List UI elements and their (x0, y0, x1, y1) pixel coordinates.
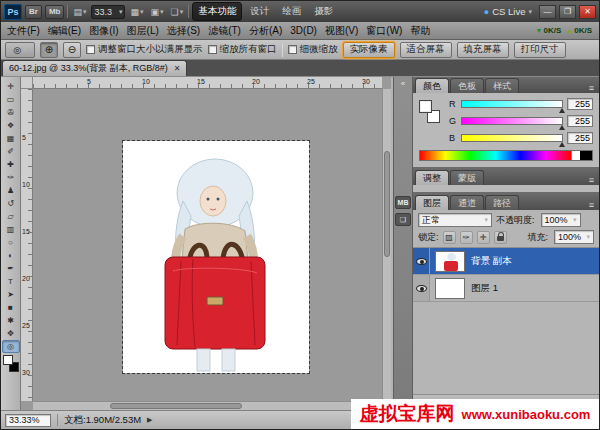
menu-window[interactable]: 窗口(W) (362, 24, 406, 38)
tab-color[interactable]: 颜色 (415, 78, 449, 93)
menu-image[interactable]: 图像(I) (85, 24, 122, 38)
actual-pixels-button[interactable]: 实际像素 (343, 42, 395, 58)
shape-tool[interactable]: ■ (2, 301, 20, 314)
tab-styles[interactable]: 样式 (485, 78, 519, 93)
print-size-button[interactable]: 打印尺寸 (514, 42, 566, 58)
path-selection-tool[interactable]: ➤ (2, 288, 20, 301)
red-slider[interactable] (461, 100, 563, 108)
minibridge-button[interactable]: Mb (45, 5, 65, 19)
green-slider-thumb[interactable] (559, 125, 565, 130)
layer-row-background-copy[interactable]: 背景 副本 (413, 248, 599, 275)
menu-view[interactable]: 视图(V) (321, 24, 362, 38)
document-viewport[interactable] (33, 89, 382, 401)
zoom-out-button[interactable]: ⊖ (63, 42, 81, 58)
white-ramp-end[interactable] (571, 151, 580, 160)
workspace-photography-button[interactable]: 摄影 (309, 3, 338, 20)
collapse-dock-icon[interactable]: « (401, 79, 405, 88)
menu-filter[interactable]: 滤镜(T) (204, 24, 245, 38)
scrubby-zoom-checkbox[interactable]: 细微缩放 (288, 43, 338, 56)
fill-field[interactable]: 100%▾ (554, 230, 594, 244)
screen-mode-icon[interactable]: ❏▾ (169, 4, 186, 19)
layer-thumbnail[interactable] (435, 251, 465, 272)
horizontal-scroll-thumb[interactable] (110, 403, 243, 409)
black-ramp-end[interactable] (580, 151, 592, 160)
close-button[interactable]: ✕ (579, 5, 596, 19)
clone-stamp-tool[interactable]: ♟ (2, 184, 20, 197)
panel-menu-icon[interactable]: ≡ (586, 83, 597, 93)
lock-position-icon[interactable]: ✛ (477, 231, 490, 244)
menu-layer[interactable]: 图层(L) (123, 24, 163, 38)
lock-pixels-icon[interactable]: ✑ (460, 231, 473, 244)
lock-all-icon[interactable] (494, 231, 507, 244)
tab-masks[interactable]: 蒙版 (450, 170, 484, 185)
panel-foreground-swatch[interactable] (419, 100, 432, 113)
hand-tool[interactable]: ✥ (2, 327, 20, 340)
ruler-icon[interactable]: ▤▾ (71, 4, 88, 19)
tab-channels[interactable]: 通道 (450, 195, 484, 210)
eraser-tool[interactable]: ▱ (2, 210, 20, 223)
ruler-origin[interactable] (21, 77, 33, 89)
fit-screen-button[interactable]: 适合屏幕 (400, 42, 452, 58)
blue-value-field[interactable]: 255 (567, 132, 593, 144)
mini-bridge-panel-icon[interactable]: MB (395, 196, 411, 209)
healing-brush-tool[interactable]: ✚ (2, 158, 20, 171)
history-brush-tool[interactable]: ↺ (2, 197, 20, 210)
tab-layers[interactable]: 图层 (415, 195, 449, 210)
green-value-field[interactable]: 255 (567, 115, 593, 127)
move-tool[interactable]: ✛ (2, 80, 20, 93)
panel-menu-icon[interactable]: ≡ (586, 200, 597, 210)
vertical-scrollbar[interactable] (382, 89, 391, 401)
menu-edit[interactable]: 编辑(E) (44, 24, 85, 38)
blend-mode-select[interactable]: 正常▾ (418, 213, 492, 227)
resize-windows-checkbox[interactable]: 调整窗口大小以满屏显示 (86, 43, 203, 56)
rainbow-ramp[interactable] (420, 151, 571, 160)
workspace-design-button[interactable]: 设计 (245, 3, 274, 20)
marquee-tool[interactable]: ▭ (2, 93, 20, 106)
tab-adjustments[interactable]: 调整 (415, 170, 449, 185)
bridge-button[interactable]: Br (25, 5, 42, 19)
quick-mask-button[interactable] (2, 372, 20, 385)
blue-slider-thumb[interactable] (559, 142, 565, 147)
workspace-basic-button[interactable]: 基本功能 (192, 2, 242, 21)
menu-3d[interactable]: 3D(D) (286, 25, 321, 36)
layer-name[interactable]: 背景 副本 (471, 255, 512, 268)
zoom-tool-preset[interactable]: ◎ ▾ (5, 42, 35, 58)
status-zoom-field[interactable]: 33.33% (5, 414, 51, 427)
color-swatches[interactable] (2, 355, 20, 372)
menu-analysis[interactable]: 分析(A) (245, 24, 286, 38)
red-value-field[interactable]: 255 (567, 98, 593, 110)
restore-button[interactable]: ❐ (559, 5, 576, 19)
zoom-tool[interactable]: ◎ (2, 340, 20, 353)
visibility-cell[interactable] (413, 275, 430, 301)
arrange-documents-icon[interactable]: ▣▾ (149, 4, 166, 19)
tab-swatches[interactable]: 色板 (450, 78, 484, 93)
lock-transparency-icon[interactable]: ▨ (443, 231, 456, 244)
menu-file[interactable]: 文件(F) (3, 24, 44, 38)
collapsed-panel-icon[interactable]: ❏ (395, 213, 411, 226)
zoom-level-field[interactable]: 33.3▾ (91, 5, 125, 19)
3d-rotate-tool[interactable]: ✱ (2, 314, 20, 327)
blue-slider[interactable] (461, 134, 563, 142)
visibility-cell[interactable] (413, 248, 430, 274)
tab-close-icon[interactable]: ✕ (174, 64, 181, 73)
eye-icon[interactable] (416, 285, 427, 292)
type-tool[interactable]: T (2, 275, 20, 288)
document-tab[interactable]: 60-12.jpg @ 33.3%(背景 副本, RGB/8#) ✕ (2, 60, 187, 76)
minimize-button[interactable]: — (539, 5, 556, 19)
dodge-tool[interactable]: ◐ (2, 249, 20, 262)
status-flyout-icon[interactable]: ▶ (147, 416, 152, 424)
gradient-tool[interactable]: ▥ (2, 223, 20, 236)
eyedropper-tool[interactable]: ✐ (2, 145, 20, 158)
menu-help[interactable]: 帮助 (406, 24, 434, 38)
panel-color-swatches[interactable] (419, 98, 443, 134)
blur-tool[interactable]: ○ (2, 236, 20, 249)
foreground-color-swatch[interactable] (3, 355, 13, 365)
red-slider-thumb[interactable] (559, 108, 565, 113)
workspace-painting-button[interactable]: 绘画 (277, 3, 306, 20)
panel-menu-icon[interactable]: ≡ (586, 175, 597, 185)
quick-selection-tool[interactable]: ❖ (2, 119, 20, 132)
fill-screen-button[interactable]: 填充屏幕 (457, 42, 509, 58)
layer-thumbnail[interactable] (435, 278, 465, 299)
green-slider[interactable] (461, 117, 563, 125)
lasso-tool[interactable]: ✇ (2, 106, 20, 119)
